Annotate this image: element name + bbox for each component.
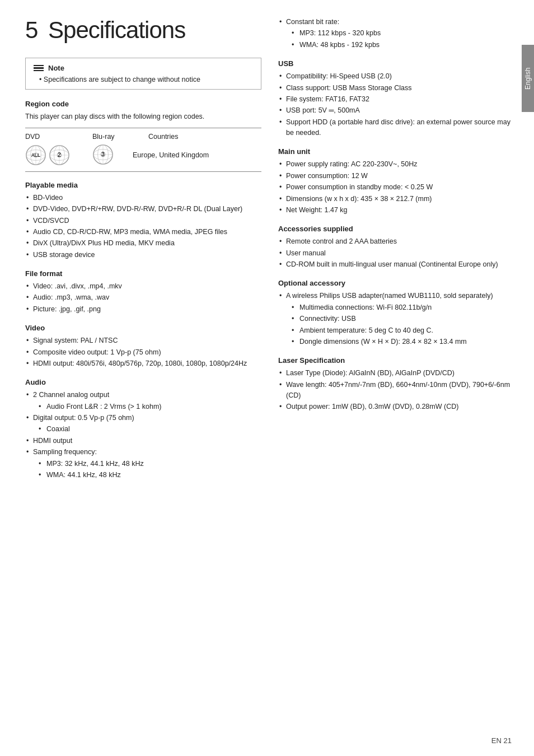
page-label: EN (491, 736, 502, 745)
note-item: Specifications are subject to change wit… (39, 76, 253, 83)
laser-spec-heading: Laser Specification (278, 356, 514, 365)
chapter-title: 5 Specifications (25, 17, 261, 44)
dvd-disc-icons: ALL 2 (25, 144, 76, 166)
list-item: USB storage device (25, 250, 261, 260)
list-item: User manual (278, 248, 514, 259)
accessories-list: Remote control and 2 AAA batteries User … (278, 236, 514, 270)
region-table-body: ALL 2 (25, 144, 261, 167)
usb-list: Compatibility: Hi-Speed USB (2.0) Class … (278, 71, 514, 138)
list-item: Constant bit rate: (278, 17, 514, 27)
list-item: USB port: 5V ═, 500mA (278, 105, 514, 116)
list-item: Audio: .mp3, .wma, .wav (25, 292, 261, 303)
list-item: Laser Type (Diode): AlGaInN (BD), AlGaIn… (278, 368, 514, 379)
region-table-header: DVD Blu-ray Countries (25, 133, 261, 141)
page-number: 21 (504, 736, 512, 745)
list-item: HDMI output (25, 436, 261, 446)
list-item: Digital output: 0.5 Vp-p (75 ohm) (25, 413, 261, 423)
left-column: 5 Specifications Note Specifications are… (25, 17, 261, 739)
bluray-disc-icons: 3 (92, 144, 116, 167)
list-item: File system: FAT16, FAT32 (278, 94, 514, 105)
file-format-list: Video: .avi, .divx, .mp4, .mkv Audio: .m… (25, 281, 261, 315)
region-table: DVD Blu-ray Countries ALL (25, 128, 261, 172)
video-heading: Video (25, 324, 261, 332)
list-item: Video: .avi, .divx, .mp4, .mkv (25, 281, 261, 292)
list-item: BD-Video (25, 193, 261, 203)
language-tab: English (522, 45, 534, 112)
audio-list: 2 Channel analog output Audio Front L&R … (25, 390, 261, 480)
list-item: Connectivity: USB (284, 314, 514, 324)
note-title: Note (48, 64, 64, 72)
note-icon (34, 65, 44, 72)
list-item: Dongle dimensions (W × H × D): 28.4 × 82… (284, 337, 514, 347)
usb-heading: USB (278, 59, 514, 68)
list-item: Power consumption in standby mode: < 0.2… (278, 182, 514, 193)
page-footer: EN 21 (491, 736, 512, 745)
list-item: Audio CD, CD-R/CD-RW, MP3 media, WMA med… (25, 227, 261, 237)
list-item: Remote control and 2 AAA batteries (278, 236, 514, 247)
list-item: Class support: USB Mass Storage Class (278, 83, 514, 94)
countries-column-header: Countries (148, 133, 179, 141)
laser-spec-list: Laser Type (Diode): AlGaInN (BD), AlGaIn… (278, 368, 514, 413)
list-item: Compatibility: Hi-Speed USB (2.0) (278, 71, 514, 82)
file-format-heading: File format (25, 269, 261, 278)
bluray-column-header: Blu-ray (92, 133, 132, 141)
list-item: Power consumption: 12 W (278, 171, 514, 181)
list-item: Net Weight: 1.47 kg (278, 205, 514, 216)
video-list: Signal system: PAL / NTSC Composite vide… (25, 335, 261, 369)
playable-media-list: BD-Video DVD-Video, DVD+R/+RW, DVD-R/-RW… (25, 193, 261, 260)
list-item: Coaxial (31, 424, 261, 435)
list-item: Sampling frequency: (25, 447, 261, 458)
region-code-heading: Region code (25, 100, 261, 108)
dvd-all-icon: ALL (25, 144, 46, 166)
list-item: WMA: 48 kpbs - 192 kpbs (284, 40, 514, 50)
list-item: Output power: 1mW (BD), 0.3mW (DVD), 0.2… (278, 402, 514, 412)
audio-heading: Audio (25, 378, 261, 386)
list-item: A wireless Philips USB adapter(named WUB… (278, 291, 514, 301)
countries-text: Europe, United Kingdom (133, 150, 209, 161)
chapter-number: 5 (25, 17, 38, 43)
list-item: Multimedia connections: Wi-Fi 802.11b/g/… (284, 302, 514, 313)
main-unit-list: Power supply rating: AC 220-230V~, 50Hz … (278, 159, 514, 216)
list-item: DVD-Video, DVD+R/+RW, DVD-R/-RW, DVD+R/-… (25, 204, 261, 214)
list-item: HDMI output: 480i/576i, 480p/576p, 720p,… (25, 358, 261, 369)
bitrate-list: Constant bit rate: MP3: 112 kbps - 320 k… (278, 17, 514, 50)
optional-accessory-list: A wireless Philips USB adapter(named WUB… (278, 291, 514, 347)
list-item: Ambient temperature: 5 deg C to 40 deg C… (284, 325, 514, 336)
list-item: DivX (Ultra)/DivX Plus HD media, MKV med… (25, 238, 261, 249)
region-code-description: This player can play discs with the foll… (25, 111, 261, 122)
list-item: 2 Channel analog output (25, 390, 261, 400)
bluray-3-icon: 3 (92, 144, 114, 165)
list-item: Composite video output: 1 Vp-p (75 ohm) (25, 347, 261, 358)
dvd-column-header: DVD (25, 133, 76, 141)
list-item: Audio Front L&R : 2 Vrms (> 1 kohm) (31, 402, 261, 412)
accessories-heading: Accessories supplied (278, 225, 514, 233)
playable-media-heading: Playable media (25, 181, 261, 189)
list-item: Power supply rating: AC 220-230V~, 50Hz (278, 159, 514, 170)
list-item: Picture: .jpg, .gif, .png (25, 304, 261, 315)
note-box: Note Specifications are subject to chang… (25, 58, 261, 90)
list-item: Dimensions (w x h x d): 435 × 38 × 212.7… (278, 194, 514, 204)
list-item: MP3: 112 kbps - 320 kpbs (284, 28, 514, 39)
list-item: CD-ROM built in multi-lingual user manua… (278, 259, 514, 270)
list-item: Signal system: PAL / NTSC (25, 335, 261, 346)
chapter-title-text: Specifications (48, 17, 185, 43)
optional-accessory-heading: Optional accessory (278, 279, 514, 287)
list-item: Wave length: 405+7nm/-7nm (BD), 660+4nm/… (278, 380, 514, 402)
main-unit-heading: Main unit (278, 147, 514, 156)
note-content: Specifications are subject to change wit… (34, 76, 253, 83)
list-item: Support HDD (a portable hard disc drive)… (278, 117, 514, 139)
right-column: Constant bit rate: MP3: 112 kbps - 320 k… (278, 17, 514, 739)
list-item: MP3: 32 kHz, 44.1 kHz, 48 kHz (31, 459, 261, 469)
list-item: WMA: 44.1 kHz, 48 kHz (31, 470, 261, 480)
note-header: Note (34, 64, 253, 72)
dvd-2-icon: 2 (49, 144, 70, 166)
list-item: VCD/SVCD (25, 216, 261, 226)
